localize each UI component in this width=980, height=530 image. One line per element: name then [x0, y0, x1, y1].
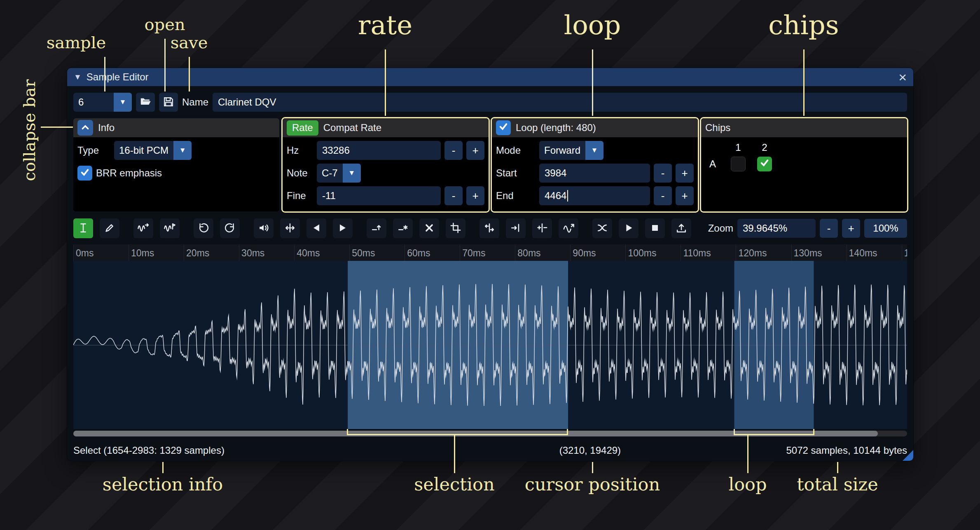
chip-row-a-label: A — [707, 158, 716, 170]
redo-icon — [224, 222, 236, 235]
fine-input[interactable]: -11 — [317, 186, 441, 205]
crossfade-icon — [596, 222, 608, 235]
select-tool-button[interactable] — [73, 218, 93, 238]
signed-unsigned-button[interactable] — [532, 218, 552, 238]
loop-start-decrement-button[interactable]: - — [654, 164, 672, 183]
open-button[interactable] — [136, 93, 155, 112]
ruler-tick — [681, 244, 681, 261]
annotation-rate: rate — [358, 10, 412, 40]
sample-type-select[interactable]: 16-bit PCM ▼ — [114, 141, 192, 160]
hz-decrement-button[interactable]: - — [444, 141, 463, 160]
annotation-line-collapse-bar — [41, 127, 73, 128]
waveform-canvas[interactable] — [73, 261, 907, 429]
filter-button[interactable] — [559, 218, 578, 238]
resize-grip[interactable] — [903, 450, 913, 461]
apply-silence-button[interactable] — [393, 218, 413, 238]
stop-icon — [649, 222, 661, 235]
resample-button[interactable] — [160, 218, 180, 238]
loop-start-increment-button[interactable]: + — [676, 164, 694, 183]
annotation-line-rate — [385, 49, 386, 116]
pencil-icon — [104, 222, 115, 235]
note-select[interactable]: C-7 ▼ — [317, 164, 361, 183]
loop-end-increment-button[interactable]: + — [676, 186, 694, 205]
fine-increment-button[interactable]: + — [466, 186, 484, 205]
volume-icon — [258, 222, 269, 235]
ruler-tick — [791, 244, 792, 261]
zoom-in-button[interactable]: + — [842, 219, 860, 238]
annotation-loop: loop — [564, 10, 621, 40]
draw-tool-button[interactable] — [100, 218, 119, 238]
zoom-reset-button[interactable]: 100% — [864, 219, 907, 238]
loop-start-input[interactable]: 3984 — [539, 164, 650, 183]
sample-selector[interactable]: 6 ▼ — [73, 93, 132, 112]
check-icon — [80, 167, 90, 179]
chip-2-checkbox[interactable] — [757, 157, 772, 171]
zoom-out-button[interactable]: - — [820, 219, 838, 238]
preview-button[interactable] — [619, 218, 639, 238]
info-header: Info — [73, 118, 279, 137]
resize-button[interactable] — [133, 218, 153, 238]
fine-decrement-button[interactable]: - — [444, 186, 463, 205]
total-size-text: 5072 samples, 10144 bytes — [786, 445, 907, 456]
ruler-tick — [184, 244, 184, 261]
ruler-tick — [515, 244, 515, 261]
annotation-line-cursor-position — [592, 462, 593, 473]
crossfade-button[interactable] — [592, 218, 612, 238]
ruler-label: 30ms — [241, 248, 264, 259]
annotation-loop-bottom: loop — [728, 474, 767, 495]
annotation-line-save — [189, 57, 190, 91]
trim-button[interactable] — [446, 218, 465, 238]
panel-row: Info Type 16-bit PCM ▼ — [73, 118, 907, 211]
fade-out-button[interactable] — [333, 218, 353, 238]
undo-button[interactable] — [194, 218, 213, 238]
collapse-bar-button[interactable] — [77, 120, 93, 136]
wave-resize-icon — [138, 222, 149, 235]
loop-panel: Loop (length: 480) Mode Forward ▼ Start … — [492, 118, 698, 211]
sample-toolbar: Zoom 39.9645% - + 100% — [73, 218, 907, 239]
save-button[interactable] — [159, 93, 178, 112]
loop-end-decrement-button[interactable]: - — [654, 186, 672, 205]
chip-1-checkbox[interactable] — [731, 157, 746, 171]
insert-silence-button[interactable] — [367, 218, 386, 238]
chips-panel: Chips 1 2 A — [701, 118, 907, 211]
ruler-label: 50ms — [352, 248, 375, 259]
folder-open-icon — [140, 96, 151, 109]
normalize-button[interactable] — [280, 218, 300, 238]
annotation-line-loop — [592, 49, 593, 116]
annotation-line-loop-bottom — [747, 435, 748, 473]
annotation-line-total-size — [837, 462, 838, 473]
window-collapse-icon[interactable]: ▼ — [74, 73, 82, 82]
fade-in-button[interactable] — [306, 218, 326, 238]
rate-toggle-button[interactable]: Rate — [287, 120, 318, 136]
loop-end-input[interactable]: 4464 — [539, 186, 650, 205]
annotation-sample: sample — [47, 33, 106, 52]
title-bar: ▼ Sample Editor × — [67, 68, 913, 86]
invert-button[interactable] — [506, 218, 526, 238]
hz-increment-button[interactable]: + — [466, 141, 484, 160]
timeline-ruler[interactable]: 0ms10ms20ms30ms40ms50ms60ms70ms80ms90ms1… — [73, 244, 907, 261]
reverse-button[interactable] — [479, 218, 499, 238]
close-icon[interactable]: × — [898, 70, 907, 84]
check-icon — [498, 122, 508, 134]
hz-label: Hz — [287, 145, 313, 156]
ruler-label: 10ms — [131, 248, 154, 259]
amplify-button[interactable] — [254, 218, 274, 238]
delete-button[interactable] — [419, 218, 439, 238]
chevron-down-icon: ▼ — [173, 141, 192, 160]
zoom-input[interactable]: 39.9645% — [737, 219, 816, 238]
ruler-label: 110ms — [683, 248, 711, 259]
annotation-cursor-position: cursor position — [525, 474, 660, 495]
brr-emphasis-checkbox[interactable] — [77, 166, 92, 181]
chevron-down-icon: ▼ — [114, 93, 132, 112]
waveform-display[interactable] — [73, 261, 907, 429]
filter-icon — [563, 222, 574, 235]
ruler-tick — [405, 244, 405, 261]
stop-preview-button[interactable] — [645, 218, 665, 238]
hz-input[interactable]: 33286 — [317, 141, 441, 160]
loop-enable-checkbox[interactable] — [496, 120, 511, 135]
create-wavetable-button[interactable] — [671, 218, 691, 238]
undo-icon — [198, 222, 209, 235]
ruler-label: 0ms — [76, 248, 94, 259]
redo-button[interactable] — [220, 218, 240, 238]
loop-mode-select[interactable]: Forward ▼ — [539, 141, 603, 160]
